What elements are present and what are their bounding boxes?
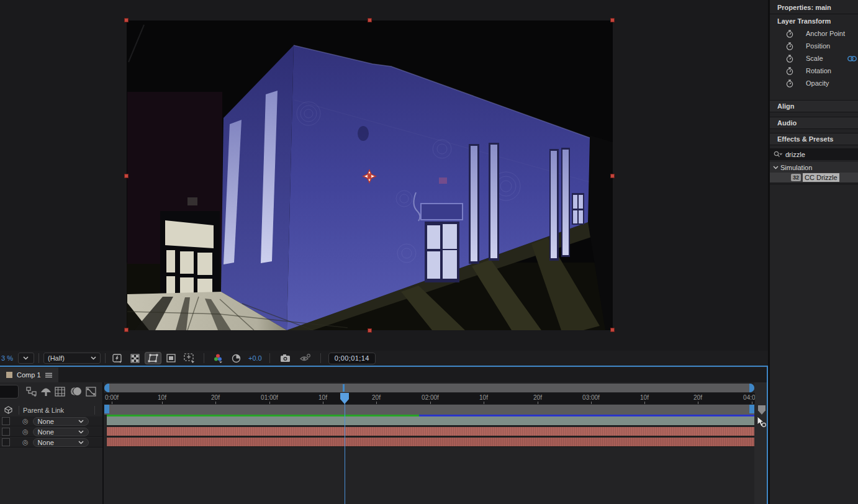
layer-duration-bar[interactable] — [107, 427, 754, 436]
parent-dropdown[interactable]: None — [33, 428, 89, 436]
pickwhip-icon[interactable]: ◎ — [22, 439, 29, 446]
stopwatch-icon[interactable] — [786, 79, 793, 88]
properties-panel-header[interactable]: Properties: main — [770, 1, 858, 14]
cube-icon[interactable] — [4, 406, 12, 414]
effect-32bit-badge: 32 — [791, 174, 801, 181]
playhead-line[interactable] — [345, 393, 345, 504]
snapshot-icon[interactable] — [278, 353, 293, 364]
layer-duration-bar[interactable] — [107, 438, 754, 447]
ruler-tick-mark — [644, 402, 645, 404]
audio-panel-header[interactable]: Audio — [770, 117, 858, 129]
timeline-column-header: Parent & Link — [0, 403, 102, 416]
stopwatch-icon[interactable] — [786, 30, 793, 38]
layer-row-controls: ◎None — [0, 416, 102, 426]
transform-row-opacity: Opacity — [770, 77, 858, 89]
navigator-start-handle[interactable] — [104, 384, 109, 392]
link-icon[interactable] — [847, 56, 857, 61]
composition-canvas[interactable] — [127, 20, 613, 330]
timeline-time-display[interactable] — [0, 385, 19, 398]
mask-visibility-icon[interactable] — [145, 353, 161, 364]
shy-icon[interactable] — [40, 387, 52, 396]
parent-value: None — [38, 418, 54, 425]
time-ruler[interactable]: 0:00f10f20f01:00f10f20f02:00f10f20f03:00… — [103, 393, 755, 404]
search-value: drizzle — [785, 151, 805, 158]
pickwhip-icon[interactable]: ◎ — [22, 428, 29, 435]
chevron-down-icon — [78, 430, 84, 434]
parent-link-header[interactable]: Parent & Link — [23, 407, 64, 414]
channels-icon[interactable] — [210, 353, 225, 364]
selection-handle[interactable] — [368, 328, 372, 333]
reset-exposure-icon[interactable] — [229, 353, 243, 364]
resolution-select[interactable]: (Half) — [43, 353, 101, 364]
layer-color-swatch[interactable] — [2, 417, 10, 425]
ruler-tick-mark — [591, 402, 592, 404]
viewer-toolbar: 3 % (Half) +0.0 — [0, 351, 768, 366]
selection-handle[interactable] — [610, 18, 615, 22]
tree-end-strip — [770, 182, 858, 185]
transform-row-rotation: Rotation — [770, 65, 858, 77]
ruler-tick-label: 10f — [640, 394, 649, 401]
selection-handle[interactable] — [368, 18, 372, 22]
selection-handle[interactable] — [124, 328, 129, 332]
grid-guides-icon[interactable] — [181, 353, 197, 364]
comp-swatch-icon — [6, 372, 12, 378]
region-of-interest-icon[interactable] — [164, 353, 178, 364]
ruler-tick-mark — [538, 402, 538, 404]
layer-transform-header[interactable]: Layer Transform — [770, 15, 858, 27]
timeline-toolbar — [0, 382, 102, 403]
time-navigator[interactable] — [104, 384, 754, 392]
cc-drizzle-row[interactable]: 32 CC Drizzle — [770, 173, 858, 182]
pickwhip-icon[interactable]: ◎ — [22, 418, 29, 425]
stopwatch-icon[interactable] — [786, 55, 793, 63]
ruler-tick-mark — [112, 402, 112, 404]
selection-handle[interactable] — [124, 174, 129, 178]
ruler-tick-label: 10f — [318, 394, 327, 401]
stopwatch-icon[interactable] — [786, 42, 793, 50]
parent-dropdown[interactable]: None — [33, 417, 89, 426]
magnification-value[interactable]: 3 % — [1, 354, 13, 362]
timeline-tab-bar: Comp 1 — [0, 367, 767, 382]
selection-handle[interactable] — [610, 174, 615, 178]
navigator-playhead-tick — [343, 384, 345, 392]
selection-handle[interactable] — [124, 18, 129, 22]
work-area-start-handle[interactable] — [104, 405, 109, 413]
ruler-tick-label: 04:00f — [743, 394, 755, 401]
search-icon — [774, 151, 782, 158]
selection-handle[interactable] — [610, 328, 615, 332]
frame-blending-icon[interactable] — [55, 387, 65, 397]
composition-viewer — [0, 0, 768, 351]
effects-presets-panel-header[interactable]: Effects & Presets — [770, 133, 858, 145]
layer-color-swatch[interactable] — [2, 438, 10, 446]
transparency-grid-icon[interactable] — [128, 353, 142, 364]
layer-duration-bar[interactable] — [107, 416, 754, 426]
ruler-tick-label: 0:00f — [105, 394, 119, 401]
effects-search-input[interactable]: drizzle — [770, 148, 858, 160]
layer-row-controls: ◎None — [0, 438, 102, 448]
timeline-panel: Comp 1 — [0, 367, 767, 504]
stopwatch-icon[interactable] — [786, 67, 793, 75]
ruler-tick-label: 20f — [693, 394, 702, 401]
comp-tab[interactable]: Comp 1 — [0, 367, 58, 382]
exposure-value[interactable]: +0.0 — [248, 354, 262, 362]
ruler-tick-label: 20f — [211, 394, 220, 401]
after-effects-window: 3 % (Half) +0.0 — [0, 0, 858, 504]
current-time-display[interactable]: 0;00;01;14 — [328, 353, 376, 364]
mini-flowchart-icon[interactable] — [26, 387, 37, 397]
layer-color-swatch[interactable] — [2, 428, 10, 436]
show-snapshot-icon[interactable] — [297, 353, 313, 364]
chevron-down-icon[interactable] — [773, 166, 779, 169]
parent-value: None — [38, 428, 54, 436]
ruler-tick-label: 20f — [533, 394, 542, 401]
work-area-bar[interactable] — [104, 405, 754, 415]
panel-menu-icon[interactable] — [45, 372, 52, 378]
fast-previews-icon[interactable] — [110, 353, 125, 364]
graph-editor-icon[interactable] — [86, 387, 96, 397]
align-panel-header[interactable]: Align — [770, 100, 858, 112]
parent-dropdown[interactable]: None — [33, 438, 89, 447]
parent-value: None — [38, 439, 54, 446]
transform-row-position: Position — [770, 40, 858, 52]
work-area-end-handle[interactable] — [749, 405, 754, 413]
magnification-dropdown[interactable] — [18, 353, 34, 364]
motion-blur-icon[interactable] — [70, 387, 82, 396]
simulation-group-row[interactable]: Simulation — [770, 162, 858, 173]
